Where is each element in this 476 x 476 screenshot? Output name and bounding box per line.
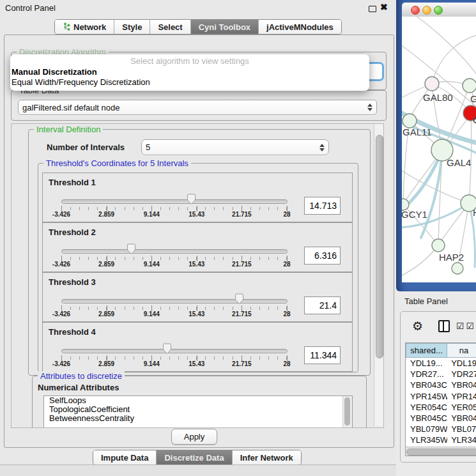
- table-panel-title: Table Panel: [404, 296, 448, 306]
- cell-shared-name[interactable]: YDR27...: [406, 369, 447, 379]
- cell-name[interactable]: YER05: [447, 403, 476, 412]
- network-node[interactable]: [463, 79, 476, 93]
- table-row[interactable]: YPR145WYPR14: [406, 391, 476, 402]
- slider-thumb[interactable]: [127, 243, 136, 255]
- tab-discretize-data[interactable]: Discretize Data: [157, 450, 232, 464]
- table-horizontal-scrollbar[interactable]: [405, 447, 476, 456]
- cell-name[interactable]: YPR14: [447, 392, 476, 401]
- number-of-intervals-combobox[interactable]: 5: [141, 139, 329, 155]
- checkbox-checked-icon[interactable]: ☑: [466, 321, 475, 330]
- panel-title: Control Panel: [5, 3, 56, 13]
- control-panel: Control Panel ✖ NetworkStyleSelectCyni T…: [0, 0, 396, 476]
- cell-shared-name[interactable]: YPR145W: [406, 392, 447, 401]
- number-of-intervals-label: Number of Intervals: [47, 142, 125, 152]
- numerical-attributes-list[interactable]: SelfLoopsTopologicalCoefficientBetweenne…: [43, 395, 353, 428]
- slider-track[interactable]: [61, 199, 288, 204]
- network-node[interactable]: [403, 114, 417, 128]
- cell-shared-name[interactable]: YBL079W: [406, 424, 447, 434]
- tab-label: Impute Data: [101, 453, 148, 463]
- gear-icon[interactable]: ⚙: [412, 320, 423, 332]
- slider-thumb[interactable]: [162, 343, 172, 355]
- table-row[interactable]: YER054CYER05: [406, 402, 476, 413]
- network-view-window[interactable]: GAL80GALCGAL11GAL4GCY1HHAP2: [396, 0, 476, 291]
- apply-button[interactable]: Apply: [171, 429, 217, 445]
- network-graph[interactable]: GAL80GALCGAL11GAL4GCY1HHAP2: [402, 17, 476, 282]
- table-row[interactable]: YBR043CYBR04: [406, 380, 476, 390]
- table-row[interactable]: YBL079WYBL07: [406, 424, 476, 434]
- window-bottom-strip: [0, 464, 396, 476]
- tab-label: jActiveMNodules: [266, 22, 334, 32]
- cell-shared-name[interactable]: YBR043C: [406, 380, 447, 390]
- attribute-list-item[interactable]: SelfLoops: [44, 396, 352, 405]
- zoom-traffic-light-icon[interactable]: [434, 6, 443, 15]
- column-header-shared-name[interactable]: shared...: [406, 343, 447, 358]
- network-node[interactable]: [432, 239, 445, 252]
- close-icon[interactable]: ✖: [380, 2, 388, 12]
- attribute-list-item[interactable]: BetweennessCentrality: [44, 414, 352, 423]
- cell-shared-name[interactable]: YER054C: [406, 403, 447, 412]
- checkbox-checked-icon[interactable]: ☑: [456, 321, 464, 330]
- network-node-label: HAP2: [439, 252, 464, 263]
- cell-shared-name[interactable]: YDL19...: [406, 358, 447, 368]
- network-node[interactable]: [452, 263, 463, 274]
- network-node[interactable]: [425, 77, 439, 91]
- slider-tick-labels: -3.4262.8599.14415.4321.71528: [61, 261, 287, 268]
- cell-name[interactable]: YLR34: [447, 435, 476, 445]
- table-panel: Table Panel ⚙ ☑ ☑ shared... na YDL19...Y…: [396, 291, 476, 476]
- control-panel-titlebar: Control Panel ✖: [0, 0, 396, 15]
- table-data-combobox[interactable]: galFiltered.sif default node: [18, 100, 377, 115]
- tab-infer-network[interactable]: Infer Network: [233, 450, 301, 464]
- column-header-name[interactable]: na: [447, 343, 476, 358]
- slider-tick-labels: -3.4262.8599.14415.4321.71528: [61, 211, 287, 219]
- threshold-value-field[interactable]: [304, 296, 341, 314]
- network-window-titlebar[interactable]: [402, 3, 476, 17]
- threshold-value-field[interactable]: [304, 247, 341, 265]
- cell-name[interactable]: YDR27: [447, 369, 476, 379]
- slider-track[interactable]: [61, 349, 288, 353]
- slider-track[interactable]: [61, 249, 288, 254]
- table-row[interactable]: YDL19...YDL19: [406, 358, 476, 369]
- threshold-value-field[interactable]: [304, 346, 341, 364]
- threshold-label: Threshold 1: [49, 178, 96, 187]
- network-canvas[interactable]: GAL80GALCGAL11GAL4GCY1HHAP2: [402, 17, 476, 282]
- tab-cyni-toolbox[interactable]: Cyni Toolbox: [191, 20, 259, 34]
- popup-option[interactable]: Manual Discretization: [10, 67, 369, 77]
- tab-style[interactable]: Style: [114, 20, 150, 34]
- scrollbar-thumb[interactable]: [406, 449, 476, 456]
- tab-select[interactable]: Select: [150, 20, 190, 34]
- slider-thumb[interactable]: [234, 293, 244, 305]
- table-row[interactable]: YLR345WYLR34: [406, 434, 476, 445]
- cell-shared-name[interactable]: YBR045C: [406, 413, 447, 423]
- table-row[interactable]: YBR045CYBR04: [406, 413, 476, 424]
- tab-label: Style: [122, 22, 142, 32]
- columns-icon[interactable]: [438, 320, 450, 332]
- close-traffic-light-icon[interactable]: [411, 6, 420, 15]
- cell-name[interactable]: YDL19: [447, 358, 476, 368]
- tab-impute-data[interactable]: Impute Data: [93, 450, 157, 464]
- cyni-toolbox-content: Discretization Algorithm Select algorith…: [4, 35, 394, 448]
- slider-track[interactable]: [61, 299, 288, 303]
- scrollbar-thumb[interactable]: [376, 135, 383, 358]
- float-window-icon[interactable]: [369, 6, 376, 12]
- cell-shared-name[interactable]: YLR345W: [406, 435, 447, 445]
- table-row[interactable]: YDR27...YDR27: [406, 369, 476, 380]
- table-data-group: Table Data galFiltered.sif default node: [11, 90, 387, 121]
- group-title: Attributes to discretize: [38, 371, 125, 381]
- popup-options: Manual DiscretizationEqual Width/Frequen…: [10, 67, 369, 88]
- list-scrollbar[interactable]: [342, 396, 352, 428]
- cell-name[interactable]: YBL07: [447, 424, 476, 434]
- minimize-traffic-light-icon[interactable]: [422, 6, 431, 15]
- viewport-scrollbar[interactable]: [374, 124, 383, 426]
- tab-jactivemnodules[interactable]: jActiveMNodules: [259, 20, 341, 34]
- slider-tick-labels: -3.4262.8599.14415.4321.71528: [61, 311, 287, 318]
- threshold-panel: Threshold 4-3.4262.8599.14415.4321.71528: [42, 322, 353, 372]
- threshold-value-field[interactable]: [304, 197, 341, 215]
- attributes-group: Attributes to discretize Numerical Attri…: [32, 376, 367, 428]
- slider-thumb[interactable]: [187, 194, 196, 205]
- cell-name[interactable]: YBR04: [447, 413, 476, 423]
- attribute-list-item[interactable]: TopologicalCoefficient: [44, 405, 352, 414]
- cell-name[interactable]: YBR04: [447, 380, 476, 390]
- group-title: Interval Definition: [34, 125, 103, 134]
- tab-network[interactable]: Network: [55, 20, 114, 34]
- popup-option[interactable]: Equal Width/Frequency Discretization: [10, 77, 369, 88]
